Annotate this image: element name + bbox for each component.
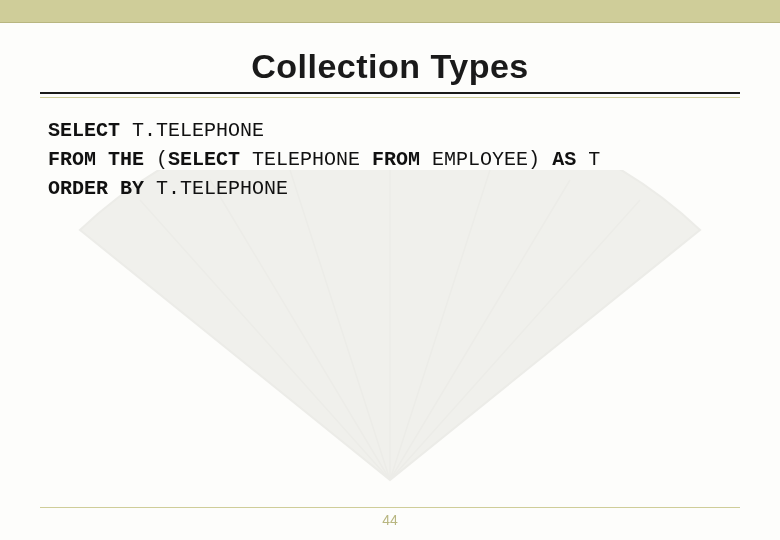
code-text: T <box>576 148 600 171</box>
slide: Collection Types SELECT T.TELEPHONE F <box>0 0 780 540</box>
code-text: TELEPHONE <box>240 148 372 171</box>
kw-order-by: ORDER BY <box>48 177 144 200</box>
page-number: 44 <box>0 512 780 528</box>
code-text: ( <box>144 148 168 171</box>
kw-select-inner: SELECT <box>168 148 240 171</box>
kw-from-the: FROM THE <box>48 148 144 171</box>
code-text: EMPLOYEE) <box>420 148 552 171</box>
slide-top-bar <box>0 0 780 23</box>
fan-background-icon <box>60 170 720 500</box>
kw-from: FROM <box>372 148 420 171</box>
slide-title: Collection Types <box>40 47 740 86</box>
kw-select: SELECT <box>48 119 120 142</box>
code-text: T.TELEPHONE <box>120 119 264 142</box>
code-text: T.TELEPHONE <box>144 177 288 200</box>
code-block: SELECT T.TELEPHONE FROM THE (SELECT TELE… <box>48 116 732 203</box>
kw-as: AS <box>552 148 576 171</box>
title-underline <box>40 92 740 98</box>
footer-divider <box>40 507 740 508</box>
